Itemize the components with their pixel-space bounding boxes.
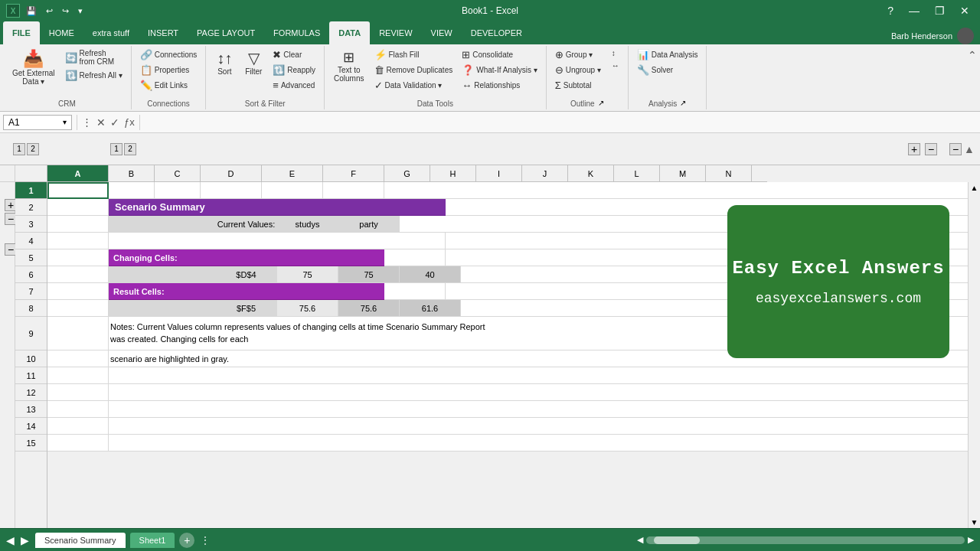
cell-a9[interactable] <box>47 317 109 350</box>
cell-f5[interactable] <box>384 249 446 266</box>
connections-btn[interactable]: 🔗 Connections <box>136 47 201 62</box>
cell-a8[interactable] <box>47 300 109 317</box>
formula-options-icon[interactable]: ⋮ <box>82 116 92 128</box>
cell-a1[interactable] <box>47 182 109 199</box>
col-level-btn-1[interactable]: 1 <box>110 143 122 155</box>
cell-a3[interactable] <box>47 216 109 233</box>
col-header-f[interactable]: F <box>323 165 384 182</box>
name-box[interactable]: A1 ▾ <box>3 115 72 130</box>
row-header-10[interactable]: 10 <box>15 350 47 367</box>
cell-a14[interactable] <box>47 418 109 435</box>
cell-d3[interactable]: Current Values: <box>216 216 277 233</box>
scroll-sheets-left[interactable]: ◀ <box>6 534 15 546</box>
col-header-a[interactable]: A <box>47 165 109 182</box>
tab-insert[interactable]: INSERT <box>139 21 188 44</box>
insert-function-icon[interactable]: ƒx <box>124 116 135 128</box>
cell-c8[interactable] <box>170 300 216 317</box>
cell-d6[interactable]: $D$4 <box>216 266 277 283</box>
cell-a11[interactable] <box>47 367 109 384</box>
hscroll-right[interactable]: ▶ <box>968 535 974 545</box>
cell-b1[interactable] <box>109 182 155 199</box>
sheet-options-btn[interactable]: ⋮ <box>201 535 210 546</box>
hscroll-thumb[interactable] <box>654 536 700 544</box>
text-to-columns-btn[interactable]: ⊞ Text toColumns <box>329 47 368 86</box>
col-header-m[interactable]: M <box>660 165 706 182</box>
cell-a2[interactable] <box>47 199 109 216</box>
row-header-11[interactable]: 11 <box>15 367 47 384</box>
cell-c1[interactable] <box>155 182 201 199</box>
cell-c3[interactable] <box>170 216 216 233</box>
close-btn[interactable]: ✕ <box>956 3 974 18</box>
tab-formulas[interactable]: FORMULAS <box>264 21 329 44</box>
cell-a5[interactable] <box>47 249 109 266</box>
outline-expand-icon[interactable]: ↗ <box>598 99 604 107</box>
save-btn[interactable]: 💾 <box>23 5 40 18</box>
right-collapse-btn[interactable]: ▲ <box>962 143 977 155</box>
hscroll-left[interactable]: ◀ <box>637 535 643 545</box>
sheet-tab-sheet1[interactable]: Sheet1 <box>130 533 175 548</box>
name-box-arrow[interactable]: ▾ <box>63 118 67 126</box>
tab-developer[interactable]: DEVELOPER <box>462 21 531 44</box>
undo-btn[interactable]: ↩ <box>43 5 56 18</box>
row-header-13[interactable]: 13 <box>15 401 47 418</box>
col-header-l[interactable]: L <box>614 165 660 182</box>
row-header-6[interactable]: 6 <box>15 266 47 283</box>
tab-extra[interactable]: extra stuff <box>83 21 139 44</box>
analysis-expand-icon[interactable]: ↗ <box>680 99 686 107</box>
tab-file[interactable]: FILE <box>3 21 40 44</box>
cell-b6[interactable] <box>109 266 170 283</box>
consolidate-btn[interactable]: ⊞ Consolidate <box>458 47 541 62</box>
clear-btn[interactable]: ✖ Clear <box>269 47 319 62</box>
horizontal-scrollbar[interactable] <box>646 536 965 544</box>
row-header-5[interactable]: 5 <box>15 249 47 266</box>
group-btn[interactable]: ⊕ Group ▾ <box>551 47 605 62</box>
col-header-d[interactable]: D <box>201 165 262 182</box>
relationships-btn[interactable]: ↔ Relationships <box>458 78 541 93</box>
remove-duplicates-btn[interactable]: 🗑 Remove Duplicates <box>371 63 457 77</box>
collapse-btn-minus1[interactable]: − <box>925 143 937 155</box>
row-header-12[interactable]: 12 <box>15 384 47 401</box>
advanced-btn[interactable]: ≡ Advanced <box>269 78 319 93</box>
reapply-btn[interactable]: 🔃 Reapply <box>269 63 319 77</box>
tab-page-layout[interactable]: PAGE LAYOUT <box>188 21 264 44</box>
scroll-sheets-right[interactable]: ▶ <box>21 534 29 546</box>
cell-a4[interactable] <box>47 233 109 249</box>
restore-btn[interactable]: ❐ <box>930 3 949 18</box>
col-header-j[interactable]: J <box>522 165 568 182</box>
cell-e1[interactable] <box>262 182 323 199</box>
col-header-e[interactable]: E <box>262 165 323 182</box>
row-header-4[interactable]: 4 <box>15 233 47 249</box>
tab-data[interactable]: DATA <box>329 21 370 44</box>
cell-b3[interactable] <box>109 216 170 233</box>
flash-fill-btn[interactable]: ⚡ Flash Fill <box>371 47 457 62</box>
level-btn-1[interactable]: 1 <box>13 143 25 155</box>
cell-e8-studys[interactable]: 75.6 <box>338 300 400 317</box>
collapse-row-btn[interactable]: ↔ <box>608 60 623 71</box>
solver-btn[interactable]: 🔧 Solver <box>633 63 702 77</box>
vertical-scrollbar[interactable]: ▲ ▼ <box>968 182 980 528</box>
help-btn[interactable]: ? <box>883 3 898 18</box>
add-sheet-btn[interactable]: + <box>179 533 194 548</box>
tab-view[interactable]: VIEW <box>422 21 462 44</box>
row-header-9[interactable]: 9 <box>15 317 47 350</box>
cell-a13[interactable] <box>47 401 109 418</box>
col-header-c[interactable]: C <box>155 165 201 182</box>
ungroup-btn[interactable]: ⊖ Ungroup ▾ <box>551 63 605 77</box>
collapse-btn-minus2[interactable]: − <box>949 143 962 155</box>
cell-d1[interactable] <box>201 182 262 199</box>
collapse-ribbon-btn[interactable]: ⌃ <box>968 46 977 109</box>
minimize-btn[interactable]: — <box>904 3 924 18</box>
refresh-crm-btn[interactable]: 🔄 Refreshfrom CRM <box>61 47 126 67</box>
formula-input[interactable] <box>145 117 977 128</box>
cell-f1[interactable] <box>323 182 384 199</box>
cell-b8[interactable] <box>109 300 170 317</box>
confirm-formula-icon[interactable]: ✓ <box>110 116 119 129</box>
row-header-2[interactable]: 2 <box>15 199 47 216</box>
edit-links-btn[interactable]: ✏️ Edit Links <box>136 78 201 93</box>
cell-e8-current[interactable]: 75.6 <box>277 300 338 317</box>
cell-a15[interactable] <box>47 435 109 452</box>
properties-btn[interactable]: 📋 Properties <box>136 63 201 77</box>
filter-btn[interactable]: ▽ Filter <box>240 47 267 79</box>
cell-e6-studys[interactable]: 75 <box>338 266 400 283</box>
get-external-data-btn[interactable]: 📥 Get ExternalData ▾ <box>8 47 60 89</box>
